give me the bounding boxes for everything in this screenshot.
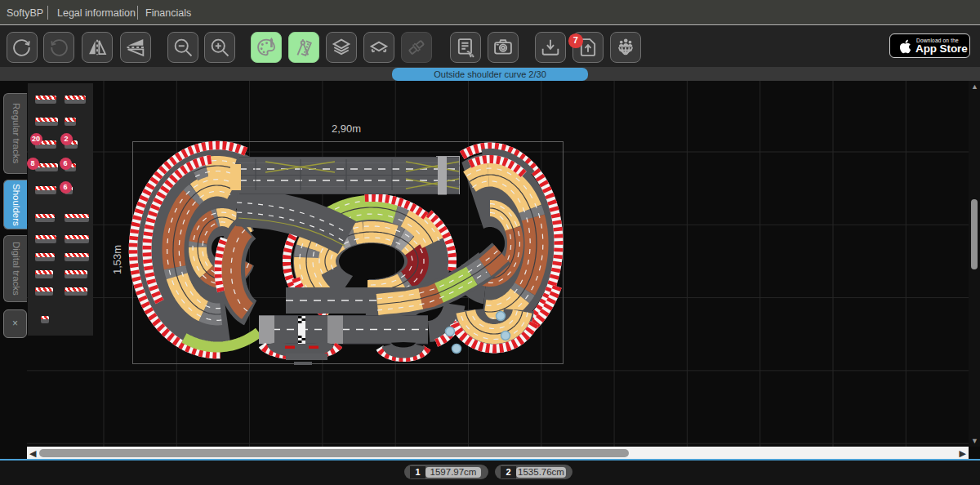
svg-text:1,53m: 1,53m — [111, 245, 123, 274]
svg-text:2,90m: 2,90m — [332, 122, 361, 135]
